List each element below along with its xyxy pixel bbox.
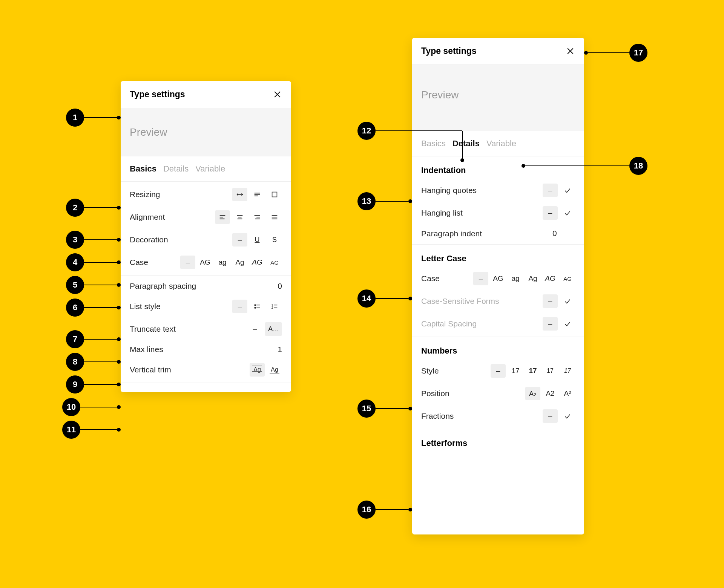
hanging-quotes-off[interactable]: –	[543, 184, 558, 197]
close-button[interactable]	[273, 90, 282, 99]
paragraph-spacing-value[interactable]: 0	[278, 282, 282, 291]
case-title-button[interactable]: Ag	[232, 256, 247, 269]
decoration-label: Decoration	[130, 235, 168, 244]
tabs-row: Basics Details Variable	[121, 156, 291, 182]
row-vertical-trim: Vertical trim Ag Ag	[121, 358, 291, 381]
resize-auto-width-button[interactable]	[232, 188, 247, 201]
preview-placeholder: Preview	[130, 126, 167, 138]
tab-variable[interactable]: Variable	[195, 164, 225, 174]
numpos-sub-button[interactable]: A₂	[525, 387, 540, 400]
number-position-label: Position	[421, 389, 449, 398]
numpos-sup-button[interactable]: A²	[560, 387, 575, 400]
marker-badge: 2	[66, 199, 84, 217]
case-lower-button[interactable]: ag	[508, 272, 523, 285]
case-forced-small-button[interactable]: AG	[560, 272, 575, 285]
decoration-strike-button[interactable]: S	[267, 233, 282, 247]
annotation-marker-8: 8	[66, 353, 121, 371]
marker-badge: 3	[66, 231, 84, 249]
paragraph-indent-input[interactable]	[552, 229, 575, 238]
case-title-button[interactable]: Ag	[525, 272, 540, 285]
marker-badge: 4	[66, 253, 84, 271]
section-text-layout: Resizing Alignment	[121, 182, 291, 276]
capspacing-on[interactable]	[560, 317, 575, 331]
check-icon	[563, 412, 572, 420]
vtrim-base-icon: Ag	[270, 366, 279, 373]
case-upper-button[interactable]: AG	[491, 272, 506, 285]
decoration-controls: – U S	[232, 233, 282, 247]
tab-details[interactable]: Details	[452, 139, 480, 149]
row-case-details: Case – AG ag Ag AG AG	[412, 267, 584, 290]
panel-title: Type settings	[421, 46, 477, 56]
capspacing-off[interactable]: –	[543, 317, 558, 331]
tab-details[interactable]: Details	[163, 164, 189, 174]
case-smallcaps-button[interactable]: AG	[250, 256, 265, 269]
list-none-button[interactable]: –	[232, 300, 247, 313]
truncate-ellipsis-button[interactable]: A...	[265, 322, 282, 336]
numstyle-default-button[interactable]: –	[491, 364, 506, 378]
annotation-marker-14: 14	[357, 289, 412, 308]
section-letterforms: Letterforms	[412, 429, 584, 453]
number-position-controls: A₂ A2 A²	[525, 387, 575, 400]
numstyle-d-button[interactable]: 17	[560, 364, 575, 378]
numpos-normal-button[interactable]: A2	[543, 387, 558, 400]
marker-badge: 6	[66, 299, 84, 317]
csf-off[interactable]: –	[543, 294, 558, 308]
close-button[interactable]	[566, 46, 575, 56]
align-right-button[interactable]	[250, 210, 265, 224]
hanging-quotes-on[interactable]	[560, 184, 575, 197]
list-numbered-icon: 12	[270, 302, 279, 311]
case-forced-small-button[interactable]: AG	[267, 256, 282, 269]
case-none-button[interactable]: –	[473, 272, 488, 285]
row-hanging-list: Hanging list –	[412, 202, 584, 224]
hanging-list-off[interactable]: –	[543, 206, 558, 220]
list-bullet-icon	[253, 302, 261, 311]
case-lower-button[interactable]: ag	[215, 256, 230, 269]
list-numbered-button[interactable]: 12	[267, 300, 282, 313]
tab-basics[interactable]: Basics	[130, 164, 156, 174]
case-controls: – AG ag Ag AG AG	[180, 256, 282, 269]
fractions-off[interactable]: –	[543, 409, 558, 423]
decoration-none-button[interactable]: –	[232, 233, 247, 247]
annotation-dot-12	[460, 158, 464, 162]
align-left-button[interactable]	[215, 210, 230, 224]
tab-variable[interactable]: Variable	[486, 139, 516, 149]
resize-auto-height-button[interactable]	[250, 188, 265, 201]
fractions-on[interactable]	[560, 409, 575, 423]
row-number-style: Style – 17 17 17 17	[412, 360, 584, 382]
annotation-marker-10: 10	[62, 398, 121, 416]
lettercase-header: Letter Case	[412, 246, 584, 267]
svg-point-2	[255, 307, 256, 308]
vtrim-controls: Ag Ag	[250, 363, 282, 377]
tab-basics[interactable]: Basics	[421, 139, 446, 149]
align-center-button[interactable]	[232, 210, 247, 224]
case-none-button[interactable]: –	[180, 256, 195, 269]
vtrim-base-button[interactable]: Ag	[267, 363, 282, 377]
resize-fixed-button[interactable]	[267, 188, 282, 201]
list-bullet-button[interactable]	[250, 300, 265, 313]
annotation-marker-11: 11	[62, 421, 121, 439]
vtrim-cap-button[interactable]: Ag	[250, 363, 265, 377]
row-maxlines: Max lines 1	[121, 340, 291, 358]
row-hanging-quotes: Hanging quotes –	[412, 179, 584, 202]
decoration-underline-button[interactable]: U	[250, 233, 265, 247]
case-smallcaps-button[interactable]: AG	[543, 272, 558, 285]
align-justify-button[interactable]	[267, 210, 282, 224]
csf-on[interactable]	[560, 294, 575, 308]
preview-area: Preview	[121, 108, 291, 156]
numstyle-a-button[interactable]: 17	[508, 364, 523, 378]
check-icon	[563, 186, 572, 194]
truncate-none-button[interactable]: –	[247, 322, 262, 336]
case-upper-button[interactable]: AG	[198, 256, 213, 269]
marker-badge: 11	[62, 421, 80, 439]
panel-title: Type settings	[130, 89, 185, 100]
case-label: Case	[130, 258, 148, 267]
truncate-controls: – A...	[247, 322, 282, 336]
hanging-list-on[interactable]	[560, 206, 575, 220]
align-left-icon	[218, 213, 227, 221]
maxlines-value[interactable]: 1	[278, 345, 282, 354]
type-settings-panel-details: Type settings Preview Basics Details Var…	[412, 38, 584, 534]
numstyle-c-button[interactable]: 17	[543, 364, 558, 378]
numstyle-b-button[interactable]: 17	[525, 364, 540, 378]
annotation-marker-1: 1	[66, 109, 121, 127]
annotation-marker-3: 3	[66, 231, 121, 249]
